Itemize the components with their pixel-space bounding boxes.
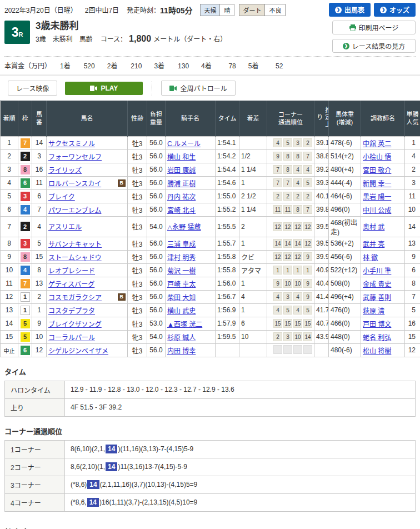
trainer-link[interactable]: 小桧山 悟 [363,153,391,161]
jockey-link[interactable]: 横山 和生 [167,153,196,161]
trainer-link[interactable]: 金成 貴史 [363,281,391,288]
finish-time: 1:55.8 [216,250,239,263]
corner-chip: 11 [273,205,282,214]
horse-name-link[interactable]: コスタデプラタ [48,306,95,315]
corner-chip: 3 [293,138,302,147]
corner-order-text: (2,1,11,16)(3,7)(10,13)-(4,15)5=9 [100,481,198,488]
jockey-link[interactable]: 菊沢 一樹 [167,267,196,275]
jockey-link[interactable]: 丹内 祐次 [167,193,196,201]
frame-number: 6 [21,178,30,188]
corner-order-text: )11(3,16)13-7(4,15)-5-9 [118,463,187,471]
horse-number: 2 [32,290,47,303]
horse-name-link[interactable]: コスモガラクシア [48,292,102,302]
patrol-label: 全周パトロール [180,83,227,93]
odds-button[interactable]: ❯ オッズ [374,3,416,17]
corner-chip: 14 [293,239,302,248]
trainer-link[interactable]: 黒岩 陽一 [363,193,391,201]
finish-position: 5 [1,189,18,203]
horse-name-link[interactable]: サバンナキャット [48,239,102,248]
horse-name-link[interactable]: ストームシャドウ [48,252,102,262]
horse-name-link[interactable]: シゲルジンベイザメ [48,346,108,355]
jockey-link[interactable]: 横山 武史 [167,307,196,315]
patrol-video-button[interactable]: 全周パトロール [161,81,235,96]
jockey-link[interactable]: 柴田 大知 [167,294,196,302]
play-button[interactable]: PLAY [65,82,143,95]
finish-position: 11 [1,277,18,290]
frame-number: 8 [21,252,30,262]
result-row: 536ブレイク牡356.0丹内 祐次1:55.02 1/2222240.1464… [1,189,420,203]
trainer-link[interactable]: 中川 公成 [363,207,391,214]
win-popularity: 12 [405,343,420,357]
trainer-link[interactable]: 萩原 清 [363,307,384,315]
horse-name-link[interactable]: アスリエル [48,222,82,231]
horse-name-link[interactable]: パワーエンブレム [48,205,101,214]
jockey-link[interactable]: 津村 明秀 [167,254,196,262]
horse-name-link[interactable]: ブレイクザソング [48,319,102,328]
trainer-link[interactable]: 武井 亮 [363,241,384,248]
corner-chip [303,345,312,354]
corner-row-label: 2コーナー [5,458,65,476]
horse-name-link[interactable]: ブレイク [48,192,75,201]
jockey-link[interactable]: C.ルメール [167,140,201,148]
finish-position: 2 [1,149,18,163]
corner-positions [267,343,314,357]
race-video-button[interactable]: レース映像 [8,81,57,96]
corner-chip: 14 [303,332,312,341]
jockey-link[interactable]: 勝浦 正樹 [167,180,196,188]
corner-chip: 3 [283,332,292,341]
jockey-link[interactable]: △永野 猛蔵 [167,223,201,231]
last-3f: 39.9 [314,250,329,263]
horse-name-link[interactable]: フォーワンセルフ [48,152,102,161]
arrow-circle-icon: ❯ [380,7,387,13]
trainer-link[interactable]: 小手川 準 [363,267,391,275]
results-guide-label: レース結果の見方 [352,41,405,51]
trainer-cell: 奥村 武 [361,216,405,237]
horse-name-link[interactable]: ゲティスバーグ [48,279,94,288]
corner-chip [293,345,302,354]
trainer-link[interactable]: 武藤 善則 [363,294,391,302]
horse-name-link[interactable]: ロルバーンスカイ [48,178,101,188]
trainer-link[interactable]: 林 徹 [363,254,378,262]
horse-name-link[interactable]: コーラルパール [48,332,95,342]
corner-chip: 8 [293,152,302,161]
sex-age: 牡3 [128,163,147,176]
trainer-cell: 小手川 準 [361,263,405,277]
margin: 1 [239,303,267,317]
horse-name-link[interactable]: ライリッズ [48,165,82,174]
trainer-link[interactable]: 戸田 博文 [363,321,391,328]
horse-name-link[interactable]: サクセスミノル [48,138,95,148]
column-header: 馬 番 [32,101,47,137]
time-section-heading: タイム [4,366,416,377]
column-header: 推定上り [314,101,329,137]
trainer-link[interactable]: 新開 幸一 [363,180,391,188]
entries-button[interactable]: ❯ 出馬表 [329,3,371,17]
jockey-link[interactable]: 岩田 康誠 [167,167,196,174]
corner-chip: 1 [303,266,312,275]
jockey-link[interactable]: ▲西塚 洸二 [167,321,202,328]
result-row: 中止612シゲルジンベイザメ牡356.0内田 博幸480(-6)松山 将樹12 [1,343,420,357]
time-row: 上り4F 51.5 - 3F 39.2 [5,398,416,416]
finish-time: 1:54.1 [216,136,239,149]
trainer-link[interactable]: 宮田 敬介 [363,167,391,174]
results-guide-button[interactable]: ❯ レース結果の見方 [332,39,416,53]
frame-number: 2 [21,222,30,231]
win-popularity: 3 [405,176,420,189]
horse-name-link[interactable]: レオプレシード [48,266,95,275]
finish-position: 1 [1,136,18,149]
horse-name-cell: シゲルジンベイザメ [47,343,128,357]
trainer-link[interactable]: 松山 将樹 [363,347,391,355]
entries-button-label: 出馬表 [344,5,364,14]
frame-cell: 4 [18,263,32,277]
jockey-link[interactable]: 宮崎 北斗 [167,207,196,214]
race-header: 3R 3歳未勝利 3歳 未勝利 馬齢 コース： 1,800 メートル（ダート・右… [0,18,420,56]
jockey-link[interactable]: 三浦 皇成 [167,241,196,248]
corner-chip: 10 [283,279,292,288]
horse-weight: 522(+12) [329,263,361,277]
trainer-link[interactable]: 中舘 英二 [363,140,391,148]
jockey-link[interactable]: 戸崎 圭太 [167,281,196,288]
trainer-link[interactable]: 奥村 武 [363,223,384,231]
jockey-link[interactable]: 杉原 誠人 [167,334,196,342]
print-page-button[interactable]: 印刷用ページ [332,21,416,34]
jockey-link[interactable]: 内田 博幸 [167,347,196,355]
trainer-link[interactable]: 蛯名 利弘 [363,334,391,342]
